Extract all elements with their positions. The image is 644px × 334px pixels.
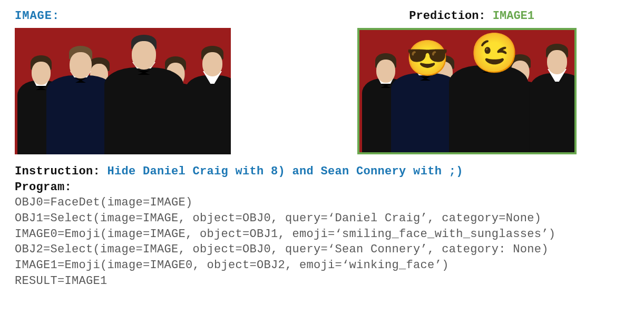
- prediction-image: 😎 😉: [357, 28, 577, 154]
- sunglasses-emoji-icon: 😎: [406, 44, 449, 78]
- wink-emoji-icon: 😉: [470, 36, 519, 75]
- program-line: IMAGE1=Emoji(image=IMAGE0, object=OBJ2, …: [15, 258, 629, 273]
- program-line: IMAGE0=Emoji(image=IMAGE, object=OBJ1, e…: [15, 227, 629, 242]
- program-line: OBJ0=FaceDet(image=IMAGE): [15, 195, 629, 211]
- instruction-label: Instruction:: [15, 165, 108, 178]
- input-image: [15, 28, 231, 154]
- program-line: OBJ2=Select(image=IMAGE, object=OBJ0, qu…: [15, 242, 629, 258]
- prediction-label: Prediction:: [409, 9, 492, 23]
- image-label: IMAGE:: [15, 9, 60, 23]
- code-block: Instruction: Hide Daniel Craig with 8) a…: [15, 164, 629, 289]
- header-row: IMAGE: Prediction: IMAGE1: [15, 9, 629, 23]
- prediction-header: Prediction: IMAGE1: [409, 9, 534, 23]
- instruction-text: Hide Daniel Craig with 8) and Sean Conne…: [108, 165, 463, 178]
- program-line: OBJ1=Select(image=IMAGE, object=OBJ0, qu…: [15, 211, 629, 227]
- instruction-row: Instruction: Hide Daniel Craig with 8) a…: [15, 164, 629, 180]
- program-label: Program:: [15, 180, 629, 195]
- images-row: 😎 😉: [15, 28, 629, 154]
- prediction-value: IMAGE1: [493, 9, 534, 23]
- program-line: RESULT=IMAGE1: [15, 273, 629, 289]
